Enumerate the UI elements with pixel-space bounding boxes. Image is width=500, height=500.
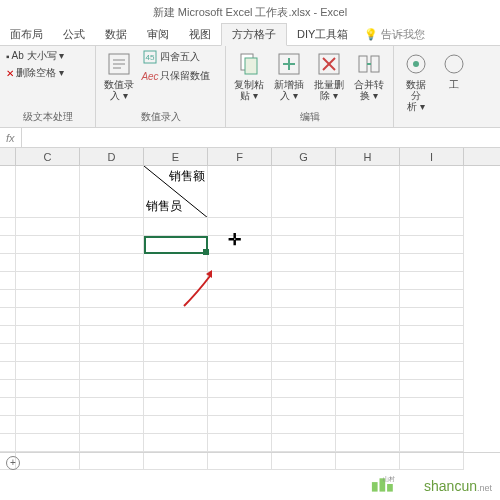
svg-rect-17 [372, 482, 378, 492]
copypaste-icon [235, 50, 263, 78]
group-numrec-label: 数值录入 [100, 109, 221, 125]
tab-diy[interactable]: DIY工具箱 [287, 24, 358, 45]
diag-bottom-label: 销售员 [146, 198, 182, 215]
group-analysis: 数据分 析 ▾ 工 [394, 46, 468, 127]
spreadsheet-grid[interactable]: C D E F G H I 销售额 销售员 [0, 148, 500, 470]
btn-work[interactable]: 工 [436, 48, 472, 92]
fx-label: fx [0, 132, 21, 144]
btn-delspace[interactable]: ✕ 删除空格 ▾ [4, 65, 66, 81]
svg-rect-11 [359, 56, 367, 72]
title-bar: 新建 Microsoft Excel 工作表.xlsx - Excel [0, 0, 500, 24]
table-row [0, 272, 500, 290]
delspace-icon: ✕ [6, 68, 14, 79]
merge-icon [355, 50, 383, 78]
tab-formula[interactable]: 公式 [53, 24, 95, 45]
table-row [0, 290, 500, 308]
onlynum-icon: Aec [142, 68, 158, 84]
btn-numrec[interactable]: 数值录 入 ▾ [100, 48, 138, 103]
formula-input[interactable] [21, 128, 500, 147]
add-sheet-button[interactable]: + [6, 456, 20, 470]
tab-data[interactable]: 数据 [95, 24, 137, 45]
group-edit-label: 编辑 [230, 109, 389, 125]
table-row [0, 236, 500, 254]
svg-rect-4 [245, 58, 257, 74]
group-edit: 复制粘 贴 ▾ 新增插 入 ▾ 批量删 除 ▾ 合并转 换 ▾ 编辑 [226, 46, 394, 127]
sheet-tab-strip: + [0, 452, 500, 472]
numrec-icon [105, 50, 133, 78]
col-header[interactable]: H [336, 148, 400, 165]
col-header[interactable]: F [208, 148, 272, 165]
btn-batchdel[interactable]: 批量删 除 ▾ [310, 48, 348, 103]
tab-layout[interactable]: 面布局 [0, 24, 53, 45]
btn-copypaste[interactable]: 复制粘 贴 ▾ [230, 48, 268, 103]
insert-icon [275, 50, 303, 78]
watermark-logo-icon: 山村 [370, 474, 408, 494]
col-header[interactable]: D [80, 148, 144, 165]
lightbulb-icon: 💡 [364, 28, 378, 41]
work-icon [440, 50, 468, 78]
col-header-blank [0, 148, 16, 165]
btn-case[interactable]: ▪ Ab 大小写 ▾ [4, 48, 66, 64]
btn-merge[interactable]: 合并转 换 ▾ [350, 48, 388, 103]
svg-point-14 [413, 61, 419, 67]
tab-view[interactable]: 视图 [179, 24, 221, 45]
svg-text:45: 45 [146, 53, 155, 62]
svg-point-15 [445, 55, 463, 73]
ribbon: ▪ Ab 大小写 ▾ ✕ 删除空格 ▾ 级文本处理 数值录 入 ▾ 45 [0, 46, 500, 128]
col-header[interactable]: E [144, 148, 208, 165]
col-headers: C D E F G H I [0, 148, 500, 166]
btn-onlynum[interactable]: Aec 只保留数值 [140, 67, 212, 85]
table-row [0, 326, 500, 344]
table-row [0, 308, 500, 326]
table-row [0, 344, 500, 362]
group-text-label: 级文本处理 [4, 109, 91, 125]
svg-rect-12 [371, 56, 379, 72]
btn-analysis[interactable]: 数据分 析 ▾ [398, 48, 434, 114]
case-icon: ▪ [6, 51, 10, 62]
table-row [0, 398, 500, 416]
col-header[interactable]: I [400, 148, 464, 165]
tab-review[interactable]: 审阅 [137, 24, 179, 45]
table-row [0, 380, 500, 398]
table-row: 销售额 销售员 [0, 166, 500, 218]
btn-round[interactable]: 45 四舍五入 [140, 48, 212, 66]
svg-rect-19 [387, 484, 393, 492]
group-numrec: 数值录 入 ▾ 45 四舍五入 Aec 只保留数值 数值录入 [96, 46, 226, 127]
table-row [0, 362, 500, 380]
tell-me[interactable]: 💡 告诉我您 [358, 24, 431, 45]
table-row [0, 434, 500, 452]
table-row [0, 254, 500, 272]
diag-top-label: 销售额 [169, 168, 205, 185]
cursor-plus-icon: ✛ [228, 230, 241, 249]
btn-insert[interactable]: 新增插 入 ▾ [270, 48, 308, 103]
col-header[interactable]: G [272, 148, 336, 165]
tab-fanggezi[interactable]: 方方格子 [221, 23, 287, 46]
grid-rows: 销售额 销售员 ✛ [0, 166, 500, 470]
batchdel-icon [315, 50, 343, 78]
svg-text:山村: 山村 [383, 476, 395, 482]
table-row [0, 416, 500, 434]
analysis-icon [402, 50, 430, 78]
formula-bar: fx [0, 128, 500, 148]
group-text: ▪ Ab 大小写 ▾ ✕ 删除空格 ▾ 级文本处理 [0, 46, 96, 127]
window-title: 新建 Microsoft Excel 工作表.xlsx - Excel [153, 5, 347, 20]
col-header[interactable]: C [16, 148, 80, 165]
round-icon: 45 [142, 49, 158, 65]
watermark-text: shancun.net [424, 478, 492, 494]
arrow-annotation [182, 268, 222, 308]
diagonal-header-cell[interactable]: 销售额 销售员 [144, 166, 208, 218]
ribbon-tabs: 面布局 公式 数据 审阅 视图 方方格子 DIY工具箱 💡 告诉我您 [0, 24, 500, 46]
table-row [0, 218, 500, 236]
